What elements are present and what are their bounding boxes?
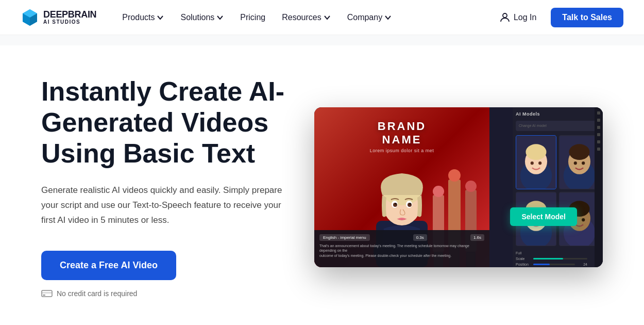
svg-rect-24	[465, 181, 477, 192]
svg-point-17	[395, 203, 397, 204]
position-label: Position	[516, 263, 531, 266]
mockup-script-bar: English - imperial menu 0.3s 1.6s That's…	[314, 230, 489, 267]
user-icon	[499, 12, 511, 23]
hero-title: Instantly Create AI-Generated Videos Usi…	[41, 76, 309, 169]
full-label: Full	[516, 251, 600, 255]
language-badge: English - imperial menu	[319, 234, 370, 241]
logo-aistudios: AI STUDIOS	[43, 20, 96, 25]
svg-rect-20	[448, 169, 461, 182]
navbar: DEEPBRAIN AI STUDIOS Products Solutions …	[0, 0, 644, 35]
nav-item-company[interactable]: Company	[340, 9, 399, 26]
position-x-value: 24	[577, 263, 587, 266]
panel-title: AI Models	[516, 111, 600, 117]
panel-icon-5[interactable]	[597, 140, 600, 143]
no-credit-notice: No credit card is required	[41, 289, 309, 298]
select-model-button[interactable]: Select Model	[510, 207, 577, 226]
script-text-line2: outcome of today's meeting. Please doubl…	[319, 253, 484, 258]
panel-icon-2[interactable]	[597, 119, 600, 122]
logo[interactable]: DEEPBRAIN AI STUDIOS	[21, 8, 96, 27]
time-badge-2: 1.6s	[470, 234, 484, 241]
svg-point-18	[410, 203, 411, 204]
panel-icon-1[interactable]	[597, 111, 600, 115]
hero-content: Instantly Create AI-Generated Videos Usi…	[41, 76, 309, 298]
position-track[interactable]	[533, 264, 575, 265]
nav-right: Log In Talk to Sales	[491, 8, 623, 27]
chevron-down-icon	[216, 14, 224, 21]
hero-subtitle: Generate realistic AI videos quickly and…	[41, 183, 289, 228]
nav-links: Products Solutions Pricing Resources Com…	[115, 9, 399, 26]
brand-name-text: BRAND NAME	[358, 120, 446, 147]
product-mockup: BRAND NAME Lorem ipsum dolor sit a met	[314, 107, 603, 267]
svg-point-40	[574, 161, 577, 165]
logo-text: DEEPBRAIN AI STUDIOS	[43, 10, 96, 25]
hero-section: Instantly Create AI-Generated Videos Usi…	[0, 35, 644, 325]
talk-to-sales-button[interactable]: Talk to Sales	[551, 8, 623, 27]
avatar-grid	[516, 135, 600, 247]
avatar-thumb-1[interactable]	[516, 135, 556, 189]
svg-point-33	[526, 144, 546, 160]
svg-point-4	[503, 13, 507, 18]
brand-overlay: BRAND NAME Lorem ipsum dolor sit a met	[358, 120, 446, 153]
panel-icon-4[interactable]	[597, 133, 600, 136]
panel-side-icons	[595, 107, 603, 267]
svg-point-35	[538, 161, 541, 165]
time-badge-1: 0.3s	[413, 234, 427, 241]
nav-item-resources[interactable]: Resources	[275, 9, 337, 26]
avatar-thumb-2[interactable]	[559, 135, 600, 189]
brand-sub-text: Lorem ipsum dolor sit a met	[358, 148, 446, 153]
nav-left: DEEPBRAIN AI STUDIOS Products Solutions …	[21, 8, 399, 27]
panel-search-text: Change AI model	[519, 124, 547, 127]
chevron-down-icon	[324, 14, 331, 21]
panel-icon-6[interactable]	[597, 148, 600, 151]
login-button[interactable]: Log In	[491, 8, 545, 27]
panel-icon-3[interactable]	[597, 126, 600, 129]
scale-track[interactable]	[533, 258, 587, 259]
nav-item-pricing[interactable]: Pricing	[233, 9, 273, 26]
chevron-down-icon	[157, 14, 164, 21]
ai-models-panel: AI Models Change AI model	[513, 107, 603, 267]
credit-card-icon	[41, 290, 53, 297]
script-text-line1: That's an announcement about today's mee…	[319, 243, 484, 254]
svg-rect-7	[43, 295, 45, 296]
hero-visual: BRAND NAME Lorem ipsum dolor sit a met	[314, 107, 603, 267]
svg-point-39	[569, 144, 589, 160]
nav-item-products[interactable]: Products	[115, 9, 171, 26]
position-slider-row: Position 24 0	[516, 263, 600, 266]
create-free-video-button[interactable]: Create a Free AI Video	[41, 251, 176, 280]
svg-point-53	[582, 218, 585, 221]
svg-point-34	[531, 161, 534, 165]
scale-slider-row: Scale 24	[516, 257, 600, 261]
lang-row: English - imperial menu 0.3s 1.6s	[319, 234, 484, 241]
svg-point-41	[582, 161, 585, 165]
svg-rect-6	[42, 292, 52, 294]
mockup-video-area: BRAND NAME Lorem ipsum dolor sit a met	[314, 107, 489, 267]
panel-search[interactable]: Change AI model	[516, 121, 600, 131]
chevron-down-icon	[384, 14, 392, 21]
scale-label: Scale	[516, 257, 531, 261]
logo-deepbrain: DEEPBRAIN	[43, 10, 96, 19]
nav-item-solutions[interactable]: Solutions	[173, 9, 231, 26]
logo-icon	[21, 8, 39, 27]
panel-controls: Full Scale 24 Position 24	[516, 251, 600, 267]
